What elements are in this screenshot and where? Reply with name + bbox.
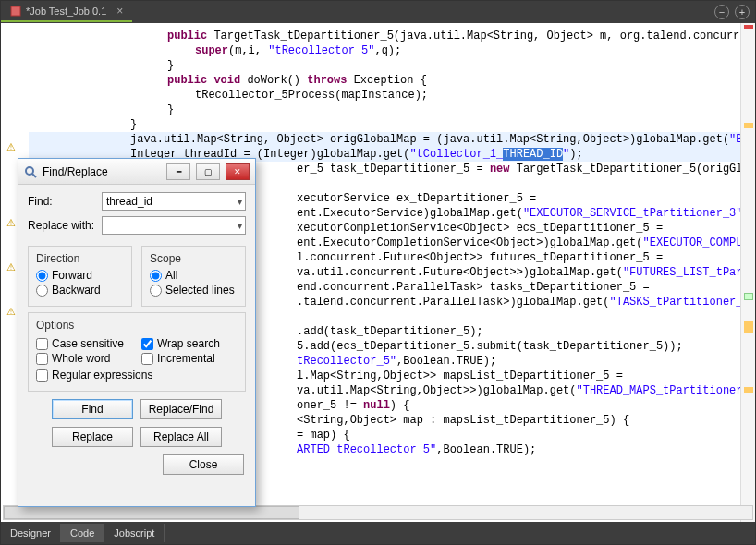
svg-rect-0 (11, 6, 20, 16)
tab-right-icons: − + (714, 5, 750, 19)
scrollbar-thumb[interactable] (4, 506, 299, 519)
close-icon[interactable]: × (116, 5, 123, 18)
whole-word-checkbox[interactable] (36, 353, 48, 365)
editor-tab-bar: *Job Test_Job 0.1 × − + (1, 1, 755, 23)
bottom-tab-bar: Designer Code Jobscript (1, 522, 755, 544)
replace-find-button[interactable]: Replace/Find (140, 399, 222, 419)
minimize-icon[interactable]: − (714, 5, 729, 19)
maximize-button[interactable]: ▢ (196, 164, 220, 180)
warning-icon: ⚠ (6, 217, 16, 229)
maximize-icon[interactable]: + (735, 5, 750, 19)
warning-icon: ⚠ (6, 141, 16, 153)
warning-icon: ⚠ (6, 261, 16, 273)
direction-group: Direction Forward Backward (28, 246, 132, 307)
all-radio[interactable] (150, 270, 162, 282)
options-label: Options (36, 319, 238, 332)
find-button[interactable]: Find (52, 399, 133, 419)
dialog-title: Find/Replace (43, 165, 108, 178)
close-button[interactable]: ✕ (226, 164, 250, 180)
find-replace-dialog: Find/Replace ━ ▢ ✕ Find: thread_id Repla… (18, 158, 256, 507)
replace-button[interactable]: Replace (52, 427, 133, 447)
replace-with-input[interactable] (102, 216, 246, 235)
wrap-search-checkbox[interactable] (141, 338, 153, 350)
direction-label: Direction (36, 252, 124, 265)
warning-marker (744, 321, 753, 333)
backward-radio[interactable] (36, 285, 48, 297)
incremental-checkbox[interactable] (141, 353, 153, 365)
dialog-body: Find: thread_id Replace with: Direction … (18, 185, 255, 482)
warning-icon: ⚠ (6, 306, 16, 318)
regex-checkbox[interactable] (36, 369, 48, 382)
horizontal-scrollbar[interactable] (3, 505, 753, 520)
overview-ruler[interactable] (740, 23, 755, 522)
find-label: Find: (28, 195, 98, 208)
tab-code[interactable]: Code (61, 524, 104, 542)
tab-jobscript[interactable]: Jobscript (104, 524, 165, 542)
scope-label: Scope (150, 252, 238, 265)
forward-radio[interactable] (36, 270, 48, 282)
case-sensitive-checkbox[interactable] (36, 338, 48, 350)
find-input[interactable]: thread_id (102, 192, 246, 211)
warning-marker (744, 387, 753, 393)
minimize-button[interactable]: ━ (166, 164, 190, 180)
search-icon (24, 165, 37, 178)
replace-all-button[interactable]: Replace All (140, 427, 222, 447)
tab-designer[interactable]: Designer (1, 524, 61, 542)
editor-tab[interactable]: *Job Test_Job 0.1 × (1, 2, 132, 22)
warning-marker (744, 123, 753, 128)
match-marker (744, 293, 753, 300)
job-icon (10, 6, 21, 17)
error-marker (744, 25, 753, 29)
scope-group: Scope All Selected lines (141, 246, 246, 307)
close-dialog-button[interactable]: Close (163, 454, 244, 475)
selected-lines-radio[interactable] (150, 285, 162, 297)
svg-line-2 (32, 174, 36, 177)
svg-point-1 (26, 167, 33, 175)
replace-with-label: Replace with: (28, 219, 98, 232)
options-group: Options Case sensitive Whole word Wrap s… (28, 312, 246, 392)
dialog-titlebar[interactable]: Find/Replace ━ ▢ ✕ (18, 159, 255, 185)
tab-title: *Job Test_Job 0.1 (26, 6, 106, 17)
